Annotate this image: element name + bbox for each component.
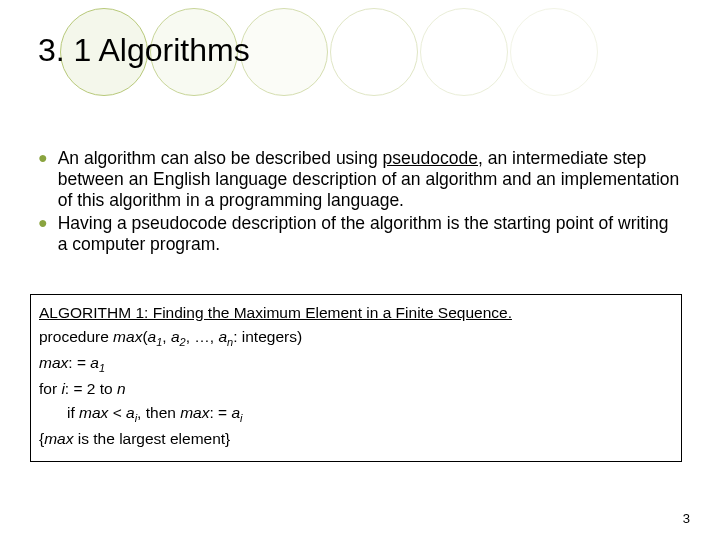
circle-4 [330,8,418,96]
slide-title: 3. 1 Algorithms [38,32,250,69]
t: if [67,404,79,421]
algorithm-heading: ALGORITHM 1: Finding the Maximum Element… [39,301,673,325]
circle-6 [510,8,598,96]
t: a [126,404,135,421]
t: < [108,404,126,421]
b1-pre: An algorithm can also be described using [58,148,383,168]
t: a [171,328,180,345]
bullet-item-2: ● Having a pseudocode description of the… [38,213,682,255]
t: a [148,328,157,345]
algo-line-comment: {max is the largest element} [39,427,673,451]
bullet-list: ● An algorithm can also be described usi… [38,148,682,257]
algorithm-box: ALGORITHM 1: Finding the Maximum Element… [30,294,682,462]
t: : = [210,404,232,421]
t: max [39,354,68,371]
t: is the largest element} [73,430,230,447]
t: a [231,404,240,421]
t: procedure [39,328,113,345]
algo-line-procedure: procedure max(a1, a2, …, an: integers) [39,325,673,351]
t: n [117,380,126,397]
t: : = 2 to [65,380,117,397]
t: 1 [99,362,105,374]
b1-underlined: pseudocode, [383,148,483,168]
circle-5 [420,8,508,96]
t: : integers) [233,328,302,345]
t: , then [137,404,180,421]
algo-line-for: for i: = 2 to n [39,377,673,401]
algo-line-if: if max < ai, then max: = ai [39,401,673,427]
t: for [39,380,61,397]
algo-line-init: max: = a1 [39,351,673,377]
t: , …, [186,328,219,345]
t: a [90,354,99,371]
t: max [44,430,73,447]
page-number: 3 [683,511,690,526]
t: , [162,328,171,345]
bullet-marker-icon: ● [38,149,48,167]
circle-3 [240,8,328,96]
t: max [113,328,142,345]
t: : = [68,354,90,371]
t: i [240,412,242,424]
t: max [79,404,108,421]
bullet-text-1: An algorithm can also be described using… [58,148,682,211]
bullet-marker-icon: ● [38,214,48,232]
t: a [218,328,227,345]
bullet-item-1: ● An algorithm can also be described usi… [38,148,682,211]
t: max [180,404,209,421]
bullet-text-2: Having a pseudocode description of the a… [58,213,682,255]
